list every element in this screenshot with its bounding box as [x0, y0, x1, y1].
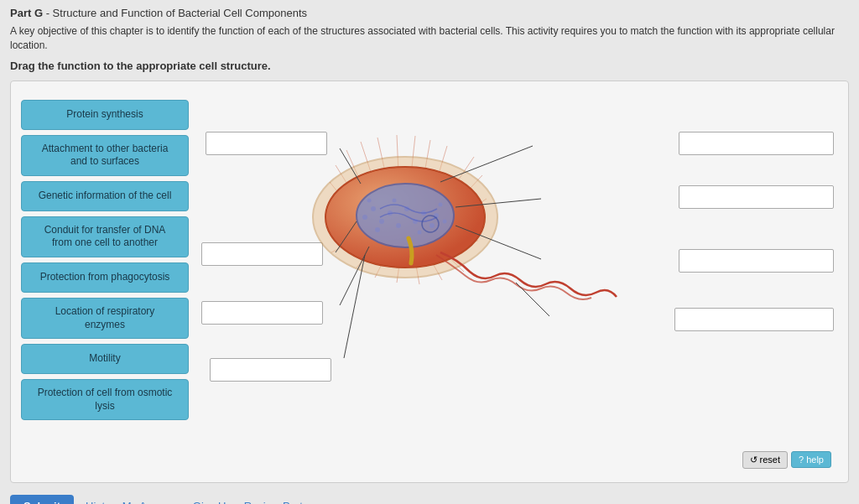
drop-zone-top-right[interactable]	[679, 132, 834, 155]
svg-line-50	[344, 255, 365, 358]
drop-zone-mid-right-top[interactable]	[679, 185, 834, 209]
left-panel: Protein synthesis Attachment to other ba…	[21, 91, 189, 472]
my-answers-link[interactable]: My Answers	[122, 500, 181, 504]
drop-zone-lower-right[interactable]	[674, 308, 834, 331]
activity-container: Protein synthesis Attachment to other ba…	[10, 81, 849, 483]
drag-item-protein-synthesis[interactable]: Protein synthesis	[21, 100, 189, 130]
reset-help-bar: ↺ reset ? help	[742, 451, 831, 469]
drag-item-attachment[interactable]: Attachment to other bacteriaand to surfa…	[21, 135, 189, 176]
hints-link[interactable]: Hints	[86, 500, 111, 504]
description-text: A key objective of this chapter is to id…	[10, 24, 849, 53]
drag-item-genetic-info[interactable]: Genetic information of the cell	[21, 181, 189, 211]
submit-button[interactable]: Submit	[10, 495, 74, 504]
help-button[interactable]: ? help	[791, 451, 831, 468]
bottom-toolbar: Submit Hints My Answers Give Up Review P…	[10, 491, 849, 504]
right-panel: ↺ reset ? help	[197, 91, 838, 472]
part-title: Structure and Function of Bacterial Cell…	[53, 7, 308, 19]
drag-item-respiratory-enzymes[interactable]: Location of respiratoryenzymes	[21, 298, 189, 339]
drag-instruction: Drag the function to the appropriate cel…	[10, 60, 849, 72]
review-part-link[interactable]: Review Part	[244, 500, 303, 504]
drag-item-osmotic-lysis[interactable]: Protection of cell from osmoticlysis	[21, 379, 189, 420]
drag-item-conduit[interactable]: Conduit for transfer of DNAfrom one cell…	[21, 216, 189, 257]
page-wrapper: Part G - Structure and Function of Bacte…	[0, 0, 859, 504]
svg-line-44	[440, 146, 533, 182]
part-header: Part G - Structure and Function of Bacte…	[10, 7, 849, 19]
give-up-link[interactable]: Give Up	[193, 500, 232, 504]
part-label: Part G	[10, 7, 43, 19]
drag-item-motility[interactable]: Motility	[21, 344, 189, 374]
drop-zone-mid-right-mid[interactable]	[679, 249, 834, 273]
drag-item-phagocytosis[interactable]: Protection from phagocytosis	[21, 262, 189, 293]
reset-button[interactable]: ↺ reset	[742, 451, 788, 469]
part-title-separator: -	[46, 7, 53, 19]
bacteria-image-area	[197, 91, 838, 460]
bacteria-svg	[197, 91, 633, 427]
reset-icon: ↺	[750, 455, 757, 465]
